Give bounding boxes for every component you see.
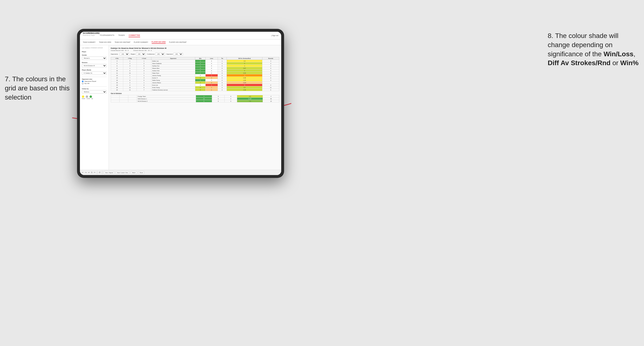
- subnav-player-h2h-heatmap[interactable]: PLAYER H2H HEATMAP: [169, 41, 186, 43]
- sidebar-division-label: Division: [82, 62, 107, 63]
- filter-opponents-select[interactable]: (All): [120, 53, 129, 55]
- table-cell: Andrea York: [152, 69, 195, 72]
- subnav-player-h2h-grid[interactable]: PLAYER H2H GRID: [152, 41, 166, 44]
- table-cell: Euna Lee: [152, 84, 195, 86]
- radio-top100[interactable]: Top 100: [82, 83, 107, 84]
- annotation-right-sep1: ,: [634, 50, 635, 58]
- subnav-team-summary[interactable]: TEAM SUMMARY: [83, 41, 96, 43]
- copy-icon[interactable]: ⎘: [91, 172, 92, 173]
- table-cell: 9: [262, 77, 279, 79]
- redo-left-icon[interactable]: ↪: [85, 172, 87, 173]
- annotation-left-text: 7. The colours in the grid are based on …: [5, 75, 70, 101]
- save-custom-btn[interactable]: Save Custom View: [116, 171, 129, 174]
- sidebar-colour-by-select[interactable]: Win/loss: [82, 90, 107, 94]
- table-cell: Stella Cheng: [152, 79, 195, 82]
- out-division-row: Foreign Team1004.52: [111, 95, 279, 98]
- col-rounds: Rounds: [262, 57, 279, 60]
- out-division-cell: [111, 100, 120, 102]
- table-cell: 3: [137, 69, 152, 72]
- table-cell: 0: [206, 67, 218, 69]
- out-division-cell: 5: [196, 100, 212, 102]
- sign-out-link[interactable]: | Sign out: [271, 35, 278, 36]
- filter-region-select[interactable]: (All): [136, 53, 146, 55]
- table-cell: 7: [123, 77, 137, 79]
- sidebar-division-select[interactable]: NCAA Division III: [82, 64, 107, 67]
- table-cell: 9: [111, 67, 123, 69]
- table-cell: 1.33: [227, 89, 262, 91]
- table-row: 1822Euna Lee010-52: [111, 84, 279, 86]
- table-row: 1311Jessica Huang010-32: [111, 74, 279, 77]
- table-cell: 1: [123, 67, 137, 69]
- out-division-cell: 30: [263, 98, 279, 100]
- table-cell: 1: [137, 74, 152, 77]
- table-cell: 2: [195, 69, 205, 72]
- table-cell: Jessica Huang: [152, 74, 195, 77]
- sidebar-player-label: Player: [82, 51, 107, 52]
- overall-record: Overall Record: 353 - 34 - 6: [111, 50, 128, 51]
- radio-top100-input[interactable]: [82, 83, 84, 84]
- share-btn[interactable]: Share: [138, 171, 144, 174]
- table-cell: 2: [206, 77, 218, 79]
- table-cell: 0: [206, 62, 218, 65]
- table-cell: 4: [262, 69, 279, 72]
- sidebar-player-rank-label: Player (Rank): [82, 69, 107, 71]
- table-cell: 3: [262, 67, 279, 69]
- table-cell: 1: [137, 60, 152, 62]
- view-original-btn[interactable]: View: Original: [104, 171, 114, 174]
- table-cell: 4: [227, 69, 262, 72]
- logo: SCOREBOARD Powered by clippd: [83, 32, 100, 40]
- filter-opponent-select[interactable]: (All): [173, 53, 183, 55]
- table-cell: 2: [123, 82, 137, 84]
- nav-committee[interactable]: COMMITTEE: [128, 34, 140, 37]
- undo-icon[interactable]: ↩: [82, 172, 84, 173]
- grid-records: Overall Record: 353 - 34 - 6 Division Re…: [111, 50, 279, 51]
- sidebar-player-section: Player: [82, 51, 107, 52]
- table-cell: 3.67: [227, 67, 262, 69]
- out-of-division-header: Out of division: [111, 93, 279, 94]
- radio-opponents-played-input[interactable]: [82, 81, 84, 82]
- table-cell: 1: [206, 74, 218, 77]
- subnav-team-h2h-heatmap[interactable]: TEAM H2H HEATMAP: [114, 41, 130, 43]
- table-cell: 5: [111, 62, 123, 65]
- subnav-player-summary[interactable]: PLAYER SUMMARY: [134, 41, 148, 43]
- legend-dot-down: [82, 95, 84, 98]
- table-cell: 20: [111, 89, 123, 91]
- watch-btn[interactable]: Watch: [131, 171, 137, 174]
- table-cell: 1: [206, 86, 218, 89]
- col-reg: # Reg: [123, 57, 137, 60]
- table-cell: 18: [111, 84, 123, 86]
- table-cell: 4: [262, 60, 279, 62]
- table-cell: 0: [218, 72, 227, 74]
- subnav-team-h2h-grid[interactable]: TEAM H2H GRID: [99, 41, 111, 43]
- sidebar-player-rank-select[interactable]: 8. Katelyn Vo: [82, 71, 107, 75]
- table-cell: -3: [227, 74, 262, 77]
- table-cell: 2: [123, 84, 137, 86]
- nav-teams[interactable]: TEAMS: [118, 34, 125, 37]
- clock-icon[interactable]: ⏱: [99, 172, 101, 173]
- sidebar-colour-by-section: Colour by Win/loss: [82, 88, 107, 94]
- table-row: 914Sharon Mun1003.673: [111, 67, 279, 69]
- table-row: 1474Eunice Yi2200.389: [111, 77, 279, 79]
- table-cell: 0: [218, 69, 227, 72]
- sidebar-division-section: Division NCAA Division III: [82, 62, 107, 67]
- table-row: 1585Stella Cheng1001.254: [111, 79, 279, 82]
- scissors-icon[interactable]: ✂: [94, 172, 96, 173]
- sidebar-divider-1: [82, 77, 107, 77]
- undo2-icon[interactable]: ↩: [88, 172, 90, 173]
- table-cell: 1: [195, 72, 205, 74]
- nav-tournaments[interactable]: TOURNAMENTS: [100, 34, 114, 37]
- sidebar-gender-select[interactable]: Women's: [82, 56, 107, 60]
- filter-conference-select[interactable]: (All): [155, 53, 165, 55]
- table-cell: 4: [262, 79, 279, 82]
- sidebar-opponent-view-section: Opponent view Opponents Played Top 100: [82, 78, 107, 84]
- table-cell: 0: [218, 67, 227, 69]
- radio-opponents-played[interactable]: Opponents Played: [82, 81, 107, 82]
- table-cell: Heejo Hyun: [152, 72, 195, 74]
- table-cell: 1: [206, 84, 218, 86]
- table-cell: 1: [123, 74, 137, 77]
- table-cell: 1: [137, 82, 152, 84]
- out-division-cell: 0: [224, 100, 237, 102]
- table-cell: 0: [218, 62, 227, 65]
- table-cell: 20: [111, 86, 123, 89]
- table-cell: 2: [195, 89, 205, 91]
